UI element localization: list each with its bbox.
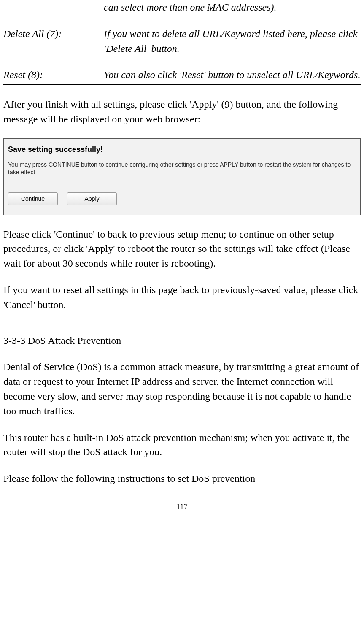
body-paragraph: If you want to reset all settings in thi… [3,283,361,312]
definition-label: Delete All (7): [3,27,104,56]
definition-table: can select more than one MAC addresses).… [3,0,361,85]
body-paragraph: This router has a built-in DoS attack pr… [3,430,361,460]
body-paragraph: Denial of Service (DoS) is a common atta… [3,359,361,418]
definition-description: can select more than one MAC addresses). [104,0,361,15]
body-paragraph: After you finish with all settings, plea… [3,97,361,127]
save-success-dialog: Save setting successfully! You may press… [3,138,361,215]
continue-button[interactable]: Continue [8,192,58,205]
definition-label [3,0,104,15]
page-number: 117 [3,501,361,512]
body-paragraph: Please click 'Continue' to back to previ… [3,227,361,271]
definition-description: If you want to delete all URL/Keyword li… [104,27,361,56]
body-paragraph: Please follow the following instructions… [3,471,361,486]
definition-row: Delete All (7): If you want to delete al… [3,27,361,56]
dialog-title: Save setting successfully! [8,144,356,155]
definition-row: can select more than one MAC addresses). [3,0,361,15]
section-heading: 3-3-3 DoS Attack Prevention [3,333,361,348]
definition-description: You can also click 'Reset' button to uns… [104,68,361,82]
definition-row: Reset (8): You can also click 'Reset' bu… [3,68,361,82]
apply-button[interactable]: Apply [67,192,117,205]
dialog-message: You may press CONTINUE button to continu… [8,161,356,176]
definition-label: Reset (8): [3,68,104,82]
